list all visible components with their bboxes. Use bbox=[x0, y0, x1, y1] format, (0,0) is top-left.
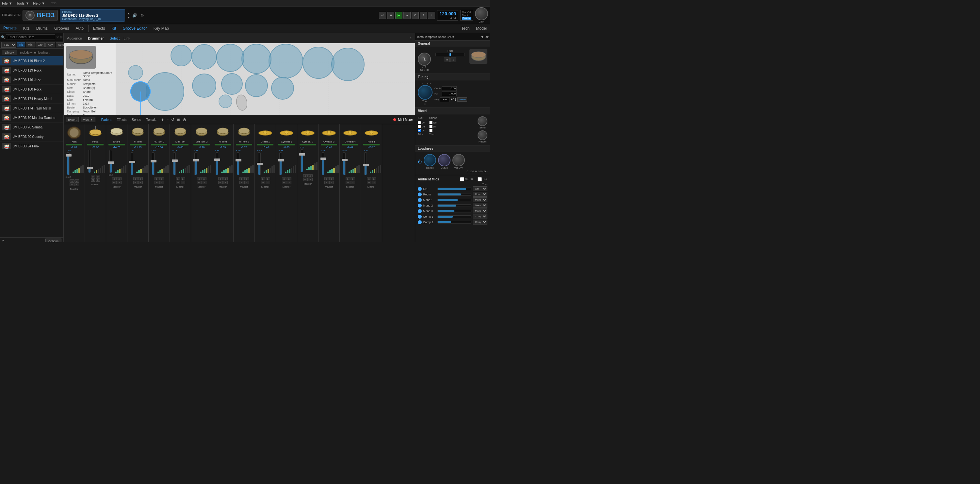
channel-solo-button[interactable]: S bbox=[266, 181, 270, 184]
channel-solo-button[interactable]: S bbox=[138, 181, 143, 184]
nav-groove-editor[interactable]: Groove Editor bbox=[119, 25, 150, 32]
channel-route-button[interactable]: ⊙ bbox=[176, 177, 180, 180]
mute-button[interactable]: M bbox=[444, 57, 450, 62]
channel-fx-button[interactable]: ⊘ bbox=[287, 177, 291, 180]
dropdown-arrow-icon[interactable]: ▼ bbox=[480, 35, 484, 39]
channel-mute-button[interactable]: M bbox=[91, 178, 95, 182]
list-item[interactable]: 🥁 JM BFD3 90 Country bbox=[0, 132, 64, 142]
channel-solo-button[interactable]: S bbox=[244, 181, 249, 184]
fader-handle[interactable] bbox=[87, 167, 93, 169]
snare-dir-check[interactable]: Dir bbox=[429, 125, 437, 128]
layout-icon[interactable]: ⊞ bbox=[177, 118, 180, 122]
curve-knob[interactable] bbox=[438, 154, 450, 166]
tab-faders[interactable]: Faders bbox=[100, 117, 113, 122]
mono2-select[interactable]: Mono 2 bbox=[473, 203, 487, 208]
tune-knob[interactable] bbox=[418, 85, 433, 100]
mono1-power-button[interactable] bbox=[418, 198, 422, 202]
channel-mute-button[interactable]: M bbox=[345, 181, 350, 184]
transport-play[interactable]: ▶ bbox=[395, 12, 402, 19]
channel-fx-button[interactable]: ⊘ bbox=[117, 177, 121, 180]
tab-sends[interactable]: Sends bbox=[130, 117, 142, 122]
solo-button[interactable]: S bbox=[450, 57, 457, 62]
info-icon[interactable]: ℹ bbox=[410, 36, 412, 40]
mono2-power-button[interactable] bbox=[418, 204, 422, 207]
snare-off-check[interactable]: Off bbox=[429, 121, 437, 124]
cents-input[interactable] bbox=[442, 86, 457, 91]
comp1-fader[interactable] bbox=[438, 215, 471, 218]
mono2-fader[interactable] bbox=[438, 204, 471, 207]
presets-display[interactable]: Presets JM BFD3 119 Blues 2 Dashboard Pl… bbox=[60, 9, 125, 22]
library-button[interactable]: Library bbox=[2, 50, 17, 55]
channel-fx-button[interactable]: ⊘ bbox=[159, 177, 164, 180]
channel-solo-button[interactable]: S bbox=[223, 181, 228, 184]
fader-handle[interactable] bbox=[193, 159, 199, 161]
list-item[interactable]: 🥁 JM BFD3 119 Rock bbox=[0, 66, 64, 75]
channel-route-button[interactable]: ⊙ bbox=[345, 177, 350, 180]
mono3-select[interactable]: Mono 3 bbox=[473, 209, 487, 213]
channel-fx-button[interactable]: ⊘ bbox=[75, 180, 79, 183]
search-input[interactable] bbox=[6, 34, 55, 40]
fader-track[interactable] bbox=[216, 152, 218, 175]
filter-grv[interactable]: Grv bbox=[36, 42, 45, 48]
mono3-power-button[interactable] bbox=[418, 209, 422, 213]
menu-file[interactable]: File ▼ bbox=[2, 1, 13, 5]
tab-link[interactable]: Link bbox=[124, 36, 130, 40]
channel-route-button[interactable]: ⊙ bbox=[154, 177, 159, 180]
list-item[interactable]: 🥁 JM BFD3 78 Samba bbox=[0, 123, 64, 132]
channel-fx-button[interactable]: ⊘ bbox=[138, 177, 143, 180]
channel-mute-button[interactable]: M bbox=[197, 181, 202, 184]
fader-track[interactable] bbox=[130, 152, 133, 175]
channel-solo-button[interactable]: S bbox=[287, 181, 291, 184]
fader-track[interactable] bbox=[152, 152, 154, 175]
filter-kit[interactable]: Kit bbox=[17, 42, 25, 48]
refresh-icon[interactable]: ↺ bbox=[171, 117, 175, 122]
list-item[interactable]: 🥁 JM BFD3 174 Trash Metal bbox=[0, 103, 64, 113]
channel-route-button[interactable]: ⊙ bbox=[70, 180, 74, 183]
transport-stop[interactable]: ■ bbox=[387, 12, 394, 19]
help-icon[interactable]: ? bbox=[2, 240, 4, 242]
channel-fx-button[interactable]: ⊘ bbox=[329, 177, 334, 180]
fader-track[interactable] bbox=[67, 152, 70, 175]
channel-fx-button[interactable]: ⊘ bbox=[308, 174, 313, 177]
key-input[interactable] bbox=[440, 97, 450, 102]
fader-track[interactable] bbox=[364, 152, 367, 175]
channel-route-button[interactable]: ⊙ bbox=[239, 177, 244, 180]
channel-mute-button[interactable]: M bbox=[239, 181, 244, 184]
list-item[interactable]: 🥁 JM BFD3 160 Rock bbox=[0, 84, 64, 94]
mono3-fader[interactable] bbox=[438, 210, 471, 212]
channel-route-button[interactable]: ⊙ bbox=[133, 177, 138, 180]
nav-tech[interactable]: Tech bbox=[458, 25, 473, 32]
nav-effects[interactable]: Effects bbox=[90, 25, 108, 32]
gain-knob[interactable] bbox=[475, 7, 488, 20]
filter-mix[interactable]: Mix bbox=[26, 42, 35, 48]
channel-route-button[interactable]: ⊙ bbox=[261, 177, 265, 180]
list-item[interactable]: 🥁 JM BFD3 174 Heavy Metal bbox=[0, 94, 64, 103]
comp2-select[interactable]: Comp 2 bbox=[473, 220, 487, 224]
channel-mute-button[interactable]: M bbox=[261, 181, 265, 184]
list-item[interactable]: 🥁 JM BFD3 94 Funk bbox=[0, 142, 64, 151]
channel-route-button[interactable]: ⊙ bbox=[218, 177, 223, 180]
fader-track[interactable] bbox=[110, 150, 112, 173]
channel-fx-button[interactable]: ⊘ bbox=[181, 177, 185, 180]
view-button[interactable]: View ▼ bbox=[81, 117, 95, 122]
mono1-fader[interactable] bbox=[438, 199, 471, 201]
channel-mute-button[interactable]: M bbox=[367, 181, 371, 184]
comp2-fader[interactable] bbox=[438, 221, 471, 223]
kick-off-check[interactable]: Off bbox=[418, 121, 425, 124]
fader-handle[interactable] bbox=[363, 164, 369, 166]
channel-solo-button[interactable]: S bbox=[96, 178, 100, 182]
channel-route-button[interactable]: ⊙ bbox=[112, 177, 117, 180]
tab-select[interactable]: Select bbox=[110, 36, 120, 40]
fader-track[interactable] bbox=[237, 152, 239, 175]
channel-route-button[interactable]: ⊙ bbox=[325, 177, 329, 180]
room-select[interactable]: Room bbox=[473, 192, 487, 197]
fader-handle[interactable] bbox=[235, 159, 242, 161]
channel-route-button[interactable]: ⊙ bbox=[303, 174, 308, 177]
fader-handle[interactable] bbox=[66, 154, 72, 156]
export-button[interactable]: Export bbox=[66, 117, 79, 122]
tab-tweaks[interactable]: Tweaks bbox=[145, 117, 159, 122]
fader-handle[interactable] bbox=[342, 159, 348, 161]
nav-model[interactable]: Model bbox=[473, 25, 490, 32]
fader-handle[interactable] bbox=[129, 161, 135, 163]
channel-route-button[interactable]: ⊙ bbox=[91, 175, 95, 178]
